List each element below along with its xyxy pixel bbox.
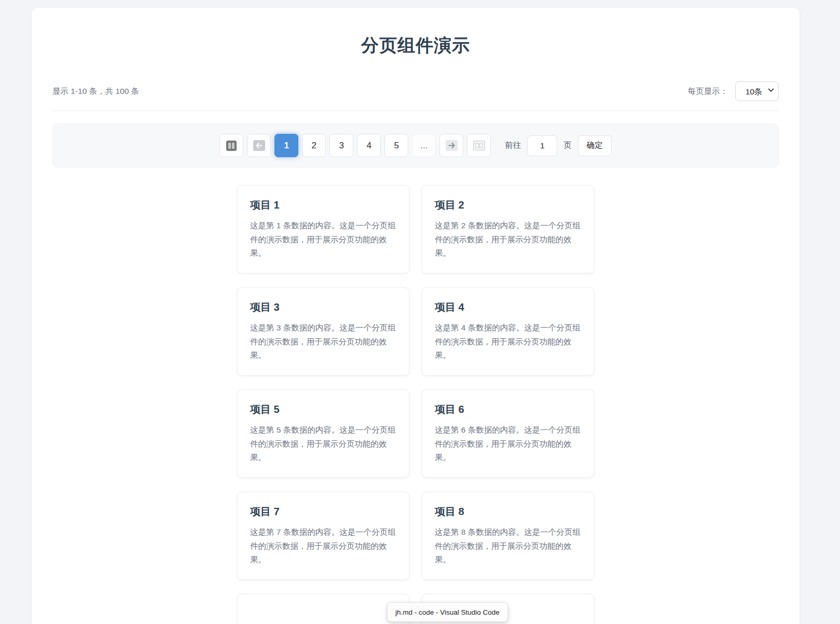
item-title: 项目 1 bbox=[250, 198, 396, 212]
item-card: 项目 8 这是第 8 条数据的内容。这是一个分页组件的演示数据，用于展示分页功能… bbox=[422, 492, 594, 580]
item-card: 项目 4 这是第 4 条数据的内容。这是一个分页组件的演示数据，用于展示分页功能… bbox=[422, 287, 594, 376]
goto-page-input[interactable] bbox=[527, 135, 557, 156]
goto-page-control: 前往 页 确定 bbox=[505, 135, 612, 156]
first-page-button[interactable] bbox=[219, 134, 243, 157]
per-page-select[interactable]: 10条 bbox=[735, 81, 779, 101]
item-card: 项目 7 这是第 7 条数据的内容。这是一个分页组件的演示数据，用于展示分页功能… bbox=[237, 492, 409, 580]
prev-page-button[interactable] bbox=[247, 134, 271, 157]
item-card: 项目 6 这是第 6 条数据的内容。这是一个分页组件的演示数据，用于展示分页功能… bbox=[422, 390, 594, 478]
item-card: 项目 3 这是第 3 条数据的内容。这是一个分页组件的演示数据，用于展示分页功能… bbox=[237, 287, 409, 376]
pagination-bar: 1 2 3 4 5 ... 前往 页 确定 bbox=[52, 123, 779, 168]
item-card-stub bbox=[237, 594, 409, 624]
item-title: 项目 6 bbox=[435, 403, 581, 417]
last-page-icon bbox=[473, 141, 485, 150]
first-page-icon bbox=[226, 141, 237, 151]
page-ellipsis-button[interactable]: ... bbox=[412, 134, 436, 157]
item-text: 这是第 1 条数据的内容。这是一个分页组件的演示数据，用于展示分页功能的效果。 bbox=[250, 219, 396, 260]
page-button-4[interactable]: 4 bbox=[357, 134, 381, 157]
page-button-3[interactable]: 3 bbox=[329, 134, 353, 157]
info-row: 显示 1-10 条，共 100 条 每页显示： 10条 bbox=[52, 81, 779, 111]
item-title: 项目 5 bbox=[250, 403, 396, 417]
item-card: 项目 5 这是第 5 条数据的内容。这是一个分页组件的演示数据，用于展示分页功能… bbox=[237, 390, 409, 478]
item-card: 项目 1 这是第 1 条数据的内容。这是一个分页组件的演示数据，用于展示分页功能… bbox=[237, 185, 409, 273]
item-text: 这是第 2 条数据的内容。这是一个分页组件的演示数据，用于展示分页功能的效果。 bbox=[435, 219, 581, 260]
per-page-label: 每页显示： bbox=[688, 86, 728, 97]
item-text: 这是第 7 条数据的内容。这是一个分页组件的演示数据，用于展示分页功能的效果。 bbox=[250, 525, 396, 567]
per-page-control: 每页显示： 10条 bbox=[688, 81, 779, 101]
item-title: 项目 4 bbox=[435, 300, 581, 314]
arrow-left-icon bbox=[253, 140, 265, 151]
range-summary: 显示 1-10 条，共 100 条 bbox=[52, 86, 139, 97]
item-text: 这是第 6 条数据的内容。这是一个分页组件的演示数据，用于展示分页功能的效果。 bbox=[435, 423, 581, 465]
per-page-select-wrap: 10条 bbox=[735, 81, 779, 101]
page-title: 分页组件演示 bbox=[52, 34, 779, 58]
item-text: 这是第 5 条数据的内容。这是一个分页组件的演示数据，用于展示分页功能的效果。 bbox=[250, 423, 396, 465]
item-title: 项目 8 bbox=[435, 505, 581, 519]
goto-unit: 页 bbox=[563, 140, 572, 151]
last-page-button[interactable] bbox=[467, 134, 491, 157]
confirm-button[interactable]: 确定 bbox=[578, 135, 612, 156]
item-title: 项目 7 bbox=[250, 505, 396, 519]
taskbar-tooltip: jh.md - code - Visual Studio Code bbox=[387, 602, 508, 622]
item-card: 项目 2 这是第 2 条数据的内容。这是一个分页组件的演示数据，用于展示分页功能… bbox=[422, 185, 594, 273]
page-button-5[interactable]: 5 bbox=[384, 134, 408, 157]
goto-label: 前往 bbox=[505, 140, 521, 151]
taskbar-tooltip-text: jh.md - code - Visual Studio Code bbox=[395, 608, 500, 616]
item-title: 项目 2 bbox=[435, 198, 581, 212]
page-button-1[interactable]: 1 bbox=[274, 134, 298, 157]
content-panel: 分页组件演示 显示 1-10 条，共 100 条 每页显示： 10条 bbox=[32, 8, 800, 624]
item-text: 这是第 3 条数据的内容。这是一个分页组件的演示数据，用于展示分页功能的效果。 bbox=[250, 321, 396, 363]
item-text: 这是第 8 条数据的内容。这是一个分页组件的演示数据，用于展示分页功能的效果。 bbox=[435, 525, 581, 567]
page-button-2[interactable]: 2 bbox=[302, 134, 326, 157]
item-title: 项目 3 bbox=[250, 300, 396, 314]
item-text: 这是第 4 条数据的内容。这是一个分页组件的演示数据，用于展示分页功能的效果。 bbox=[435, 321, 581, 363]
arrow-right-icon bbox=[446, 140, 458, 151]
next-page-button[interactable] bbox=[439, 134, 463, 157]
items-grid: 项目 1 这是第 1 条数据的内容。这是一个分页组件的演示数据，用于展示分页功能… bbox=[237, 185, 594, 624]
